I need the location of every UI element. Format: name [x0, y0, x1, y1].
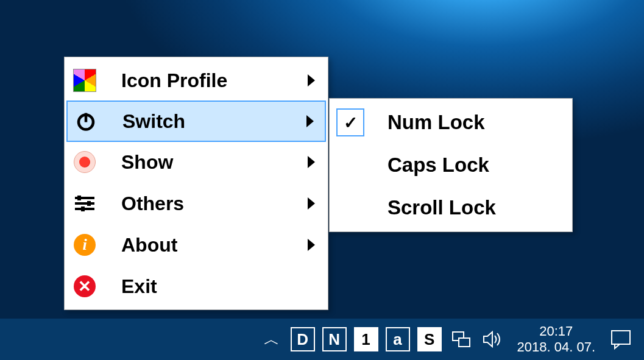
- submenu-item-scrolllock[interactable]: Scroll Lock: [331, 186, 570, 229]
- network-icon[interactable]: [450, 328, 472, 350]
- svg-rect-5: [87, 201, 91, 206]
- menu-label: Show: [121, 151, 308, 174]
- clock-time: 20:17: [517, 323, 595, 339]
- svg-rect-3: [77, 196, 81, 200]
- menu-item-about[interactable]: i About: [66, 224, 326, 266]
- menu-label: Switch: [122, 110, 306, 133]
- menu-label: Exit: [121, 275, 321, 298]
- menu-item-exit[interactable]: ✕ Exit: [66, 266, 326, 307]
- chevron-right-icon: [308, 239, 315, 251]
- svg-marker-10: [484, 332, 492, 347]
- close-icon: ✕: [73, 274, 97, 298]
- switch-submenu: ✓ Num Lock Caps Lock Scroll Lock: [329, 98, 573, 232]
- svg-rect-9: [459, 338, 470, 347]
- tray-icon-s[interactable]: S: [417, 327, 442, 351]
- checkbox-checked-icon: ✓: [336, 108, 364, 136]
- taskbar: ︿ D N 1 a S 20:17 2018. 04. 07.: [0, 319, 644, 360]
- menu-label: About: [121, 234, 308, 256]
- menu-item-show[interactable]: Show: [66, 141, 326, 183]
- chevron-right-icon: [306, 115, 314, 127]
- volume-icon[interactable]: [482, 328, 504, 350]
- rainbow-icon: [73, 68, 97, 93]
- menu-item-others[interactable]: Others: [66, 183, 326, 224]
- chevron-right-icon: [308, 74, 315, 86]
- tray-overflow-button[interactable]: ︿: [264, 329, 280, 350]
- info-icon: i: [73, 233, 97, 257]
- submenu-item-capslock[interactable]: Caps Lock: [331, 144, 570, 186]
- submenu-item-numlock[interactable]: ✓ Num Lock: [331, 101, 570, 144]
- submenu-label: Scroll Lock: [387, 196, 496, 219]
- submenu-label: Caps Lock: [387, 154, 489, 177]
- context-menu: Icon Profile Switch Show Others i A: [64, 57, 328, 310]
- tray-icon-n[interactable]: N: [322, 327, 347, 351]
- menu-item-switch[interactable]: Switch: [66, 101, 326, 142]
- sliders-icon: [73, 191, 97, 216]
- svg-rect-7: [81, 206, 85, 211]
- tray-icon-d[interactable]: D: [291, 327, 315, 351]
- submenu-label: Num Lock: [387, 111, 485, 134]
- svg-rect-11: [612, 331, 630, 344]
- clock-date: 2018. 04. 07.: [517, 339, 595, 355]
- power-icon: [74, 109, 98, 133]
- taskbar-clock[interactable]: 20:17 2018. 04. 07.: [517, 323, 595, 356]
- svg-marker-12: [615, 344, 620, 348]
- action-center-icon[interactable]: [609, 327, 633, 351]
- chevron-right-icon: [308, 156, 315, 168]
- tray-icon-1[interactable]: 1: [354, 327, 378, 351]
- menu-label: Icon Profile: [121, 69, 308, 92]
- menu-item-icon-profile[interactable]: Icon Profile: [66, 60, 326, 101]
- eye-icon: [73, 150, 97, 174]
- menu-label: Others: [121, 192, 308, 215]
- tray-icon-a[interactable]: a: [386, 327, 410, 351]
- chevron-right-icon: [308, 197, 315, 210]
